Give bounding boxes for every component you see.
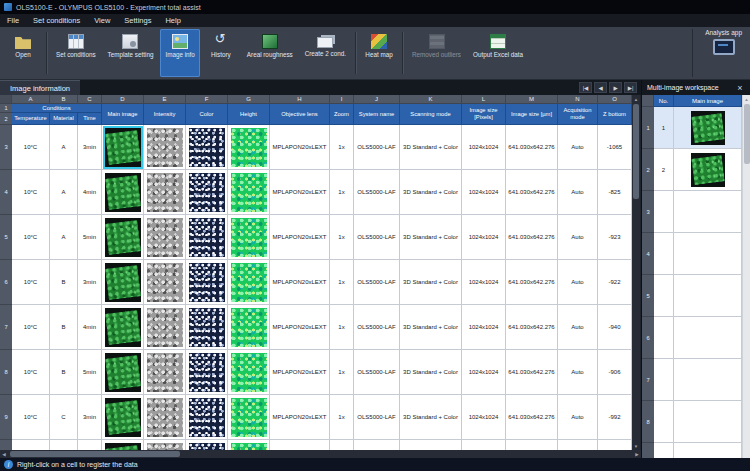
cell-objective-lens[interactable]: MPLAPON20xLEXT	[270, 215, 330, 260]
menu-item-file[interactable]: File	[0, 14, 26, 27]
cell-material[interactable]: A	[50, 170, 78, 215]
cell-scanning-mode[interactable]: 3D Standard + Color	[400, 260, 462, 305]
cell-color[interactable]	[186, 125, 228, 170]
column-letter-N[interactable]: N	[558, 95, 598, 104]
cell-scanning-mode[interactable]: 3D Standard + Color	[400, 440, 462, 450]
cell-system-name[interactable]: OLS5000-LAF	[354, 350, 400, 395]
row-number[interactable]: 8	[0, 350, 12, 395]
column-letter-M[interactable]: M	[506, 95, 558, 104]
workspace-column-header-main-image[interactable]: Main image	[674, 95, 742, 107]
row-number[interactable]: 7	[642, 359, 654, 401]
cell-color[interactable]	[186, 305, 228, 350]
cell-scanning-mode[interactable]: 3D Standard + Color	[400, 170, 462, 215]
first-page-button[interactable]: |◀	[579, 82, 592, 93]
cell-no[interactable]: 1	[654, 107, 674, 149]
column-header-color[interactable]: Color	[186, 104, 228, 125]
column-header-scanning-mode[interactable]: Scanning mode	[400, 104, 462, 125]
row-number[interactable]: 8	[642, 401, 654, 443]
main-image-thumbnail[interactable]	[105, 353, 141, 392]
cell-main-image[interactable]	[674, 233, 742, 275]
column-header-intensity[interactable]: Intensity	[144, 104, 186, 125]
cell-zoom[interactable]: 1x	[330, 305, 354, 350]
column-header-system-name[interactable]: System name	[354, 104, 400, 125]
scroll-up-icon[interactable]: ▲	[743, 95, 750, 103]
column-header-zoom[interactable]: Zoom	[330, 104, 354, 125]
row-number[interactable]: 2	[642, 149, 654, 191]
color-thumbnail[interactable]	[189, 263, 225, 302]
cell-intensity[interactable]	[144, 395, 186, 440]
column-letter-I[interactable]: I	[330, 95, 354, 104]
cell-time[interactable]: 4min	[78, 170, 102, 215]
cell-image-size-pixels[interactable]: 1024x1024	[462, 395, 506, 440]
scroll-right-icon[interactable]: ▶	[633, 450, 641, 458]
workspace-row[interactable]: 11	[642, 107, 742, 149]
scroll-up-icon[interactable]: ▲	[632, 95, 640, 103]
cell-material[interactable]: B	[50, 260, 78, 305]
row-number[interactable]: 10	[0, 440, 12, 450]
analysis-app[interactable]: Analysis app	[692, 29, 742, 77]
cell-no[interactable]	[654, 317, 674, 359]
cell-scanning-mode[interactable]: 3D Standard + Color	[400, 305, 462, 350]
cell-height[interactable]	[228, 170, 270, 215]
row-number[interactable]: 6	[642, 317, 654, 359]
height-thumbnail[interactable]	[231, 353, 267, 392]
row-number[interactable]: 9	[642, 443, 654, 458]
main-image-thumbnail[interactable]	[691, 111, 725, 145]
cell-image-size-um[interactable]: 641.030x642.276	[506, 305, 558, 350]
cell-image-size-um[interactable]: 641.030x642.276	[506, 440, 558, 450]
cell-system-name[interactable]: OLS5000-LAF	[354, 215, 400, 260]
cell-objective-lens[interactable]: MPLAPON20xLEXT	[270, 440, 330, 450]
workspace-row[interactable]: 3	[642, 191, 742, 233]
areal-roughness-button[interactable]: Areal roughness	[242, 29, 298, 77]
cell-main-image[interactable]	[674, 317, 742, 359]
column-letter-B[interactable]: B	[50, 95, 78, 104]
cell-color[interactable]	[186, 350, 228, 395]
intensity-thumbnail[interactable]	[147, 443, 183, 451]
cell-time[interactable]: 5min	[78, 350, 102, 395]
cell-main-image[interactable]	[102, 395, 144, 440]
cell-height[interactable]	[228, 350, 270, 395]
cell-no[interactable]	[654, 233, 674, 275]
height-thumbnail[interactable]	[231, 173, 267, 212]
removed-outliers-button[interactable]: Removed outliers	[407, 29, 466, 77]
cell-material[interactable]: A	[50, 215, 78, 260]
row-number[interactable]: 3	[0, 125, 12, 170]
cell-material[interactable]: C	[50, 440, 78, 450]
cell-main-image[interactable]	[102, 215, 144, 260]
cell-time[interactable]: 4min	[78, 305, 102, 350]
cell-z-bottom[interactable]: -1065	[598, 125, 632, 170]
cell-main-image[interactable]	[102, 170, 144, 215]
color-thumbnail[interactable]	[189, 443, 225, 451]
intensity-thumbnail[interactable]	[147, 398, 183, 437]
cell-image-size-um[interactable]: 641.030x642.276	[506, 350, 558, 395]
height-thumbnail[interactable]	[231, 443, 267, 451]
main-image-thumbnail[interactable]	[105, 173, 141, 212]
workspace-row[interactable]: 5	[642, 275, 742, 317]
cell-z-bottom[interactable]: -992	[598, 395, 632, 440]
prev-page-button[interactable]: ◀	[594, 82, 607, 93]
column-header-material[interactable]: Material	[50, 113, 78, 125]
cell-zoom[interactable]: 1x	[330, 215, 354, 260]
main-image-thumbnail[interactable]	[105, 218, 141, 257]
close-icon[interactable]: ×	[735, 83, 745, 93]
column-header-temperature[interactable]: Temperature	[12, 113, 50, 125]
main-image-thumbnail[interactable]	[105, 263, 141, 302]
cell-image-size-um[interactable]: 641.030x642.276	[506, 260, 558, 305]
cell-zoom[interactable]: 1x	[330, 440, 354, 450]
row-number[interactable]: 6	[0, 260, 12, 305]
intensity-thumbnail[interactable]	[147, 353, 183, 392]
row-number[interactable]: 7	[0, 305, 12, 350]
cell-objective-lens[interactable]: MPLAPON20xLEXT	[270, 350, 330, 395]
cell-temperature[interactable]: 10°C	[12, 260, 50, 305]
workspace-column-header-no[interactable]: No.	[654, 95, 674, 107]
heat-map-button[interactable]: Heat map	[360, 29, 398, 77]
column-letter-C[interactable]: C	[78, 95, 102, 104]
row-number[interactable]: 2	[0, 113, 12, 125]
cell-time[interactable]: 4min	[78, 440, 102, 450]
cell-no[interactable]: 2	[654, 149, 674, 191]
row-number[interactable]: 1	[642, 107, 654, 149]
main-image-thumbnail[interactable]	[105, 128, 141, 167]
cell-intensity[interactable]	[144, 350, 186, 395]
cell-image-size-pixels[interactable]: 1024x1024	[462, 170, 506, 215]
cell-image-size-pixels[interactable]: 1024x1024	[462, 350, 506, 395]
